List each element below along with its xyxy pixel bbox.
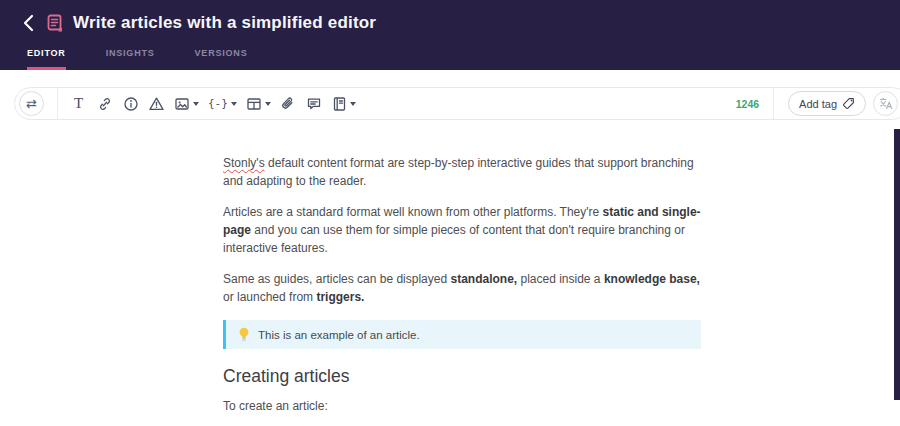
header-tabs: EDITOR INSIGHTS VERSIONS (27, 48, 287, 70)
tab-insights[interactable]: INSIGHTS (106, 48, 155, 70)
image-button[interactable] (174, 93, 199, 115)
table-icon (246, 96, 262, 112)
paperclip-icon (280, 96, 296, 112)
paragraph: Same as guides, articles can be displaye… (223, 270, 701, 306)
info-icon (123, 96, 139, 112)
lightbulb-icon (238, 327, 250, 342)
warning-block-button[interactable] (148, 93, 165, 115)
section-heading: Creating articles (223, 366, 701, 387)
book-icon (332, 96, 347, 112)
note-bubble-icon (306, 96, 322, 112)
variable-button[interactable]: {-} (208, 93, 237, 115)
text-icon: T (74, 95, 83, 112)
character-count: 1246 (722, 98, 773, 110)
tab-editor[interactable]: EDITOR (27, 48, 66, 70)
swap-layout-button[interactable]: ⇄ (19, 91, 44, 116)
knowledge-base-button[interactable] (332, 93, 356, 115)
braces-icon: {-} (208, 97, 228, 110)
info-block-button[interactable] (122, 93, 139, 115)
text-format-button[interactable]: T (70, 93, 87, 115)
paragraph: Articles are a standard format well know… (223, 203, 701, 257)
editor-toolbar: ⇄ T (14, 87, 900, 120)
paragraph: Stonly's default content format are step… (223, 154, 701, 190)
top-header: Write articles with a simplified editor … (0, 0, 900, 70)
translate-button[interactable] (873, 91, 898, 116)
page-title: Write articles with a simplified editor (73, 13, 376, 33)
editor-canvas[interactable]: Stonly's default content format are step… (223, 154, 701, 426)
translate-icon (879, 97, 893, 110)
attachment-button[interactable] (280, 93, 297, 115)
image-icon (174, 96, 190, 112)
warning-icon (148, 96, 165, 112)
swap-arrows-icon: ⇄ (26, 97, 37, 110)
link-icon (97, 96, 113, 112)
callout-text: This is an example of an article. (258, 329, 420, 341)
article-icon (47, 14, 64, 33)
chevron-down-icon (350, 102, 356, 106)
chevron-left-icon (23, 14, 34, 32)
tip-callout: This is an example of an article. (223, 320, 701, 349)
tag-icon (842, 97, 855, 110)
chevron-down-icon (231, 102, 237, 106)
table-button[interactable] (246, 93, 271, 115)
right-panel-edge (894, 129, 900, 400)
paragraph: To create an article: (223, 397, 701, 415)
note-button[interactable] (306, 93, 323, 115)
misspelled-word: Stonly's (223, 156, 265, 170)
chevron-down-icon (265, 102, 271, 106)
chevron-down-icon (193, 102, 199, 106)
add-tag-label: Add tag (799, 98, 837, 110)
tab-versions[interactable]: VERSIONS (195, 48, 248, 70)
link-button[interactable] (96, 93, 113, 115)
back-button[interactable] (16, 11, 40, 35)
add-tag-button[interactable]: Add tag (788, 91, 866, 116)
